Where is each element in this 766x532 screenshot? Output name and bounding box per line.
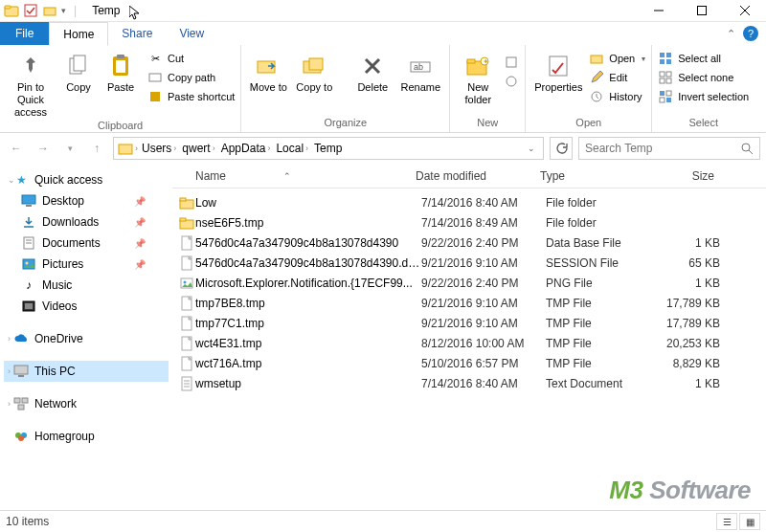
breadcrumb[interactable]: › Users› qwert› AppData› Local› Temp ⌄ [113, 137, 544, 160]
col-type[interactable]: Type [540, 169, 645, 183]
svg-point-27 [507, 77, 516, 86]
file-row[interactable]: tmp7BE8.tmp9/21/2016 9:10 AMTMP File17,7… [172, 293, 766, 313]
nav-videos[interactable]: Videos [4, 296, 169, 317]
column-headers[interactable]: Name⌃ Date modified Type Size [172, 164, 766, 188]
move-to-button[interactable]: Move to [247, 51, 289, 94]
svg-rect-28 [550, 56, 567, 76]
svg-rect-37 [660, 78, 665, 83]
maximize-button[interactable] [680, 0, 723, 22]
col-name[interactable]: Name [195, 169, 226, 183]
svg-rect-40 [666, 91, 671, 96]
crumb-local[interactable]: Local› [274, 142, 310, 155]
nav-back-button[interactable]: ← [6, 138, 27, 159]
easy-access-button[interactable] [504, 74, 519, 89]
nav-music[interactable]: ♪Music [4, 275, 169, 296]
file-date: 7/14/2016 8:40 AM [421, 196, 546, 210]
address-dropdown-icon[interactable]: ⌄ [528, 144, 539, 153]
delete-label: Delete [357, 81, 388, 94]
view-details-button[interactable]: ☰ [716, 513, 737, 530]
nav-documents[interactable]: Documents [4, 233, 169, 254]
file-row[interactable]: 5476d0c4a7a347909c4b8a13078d4390.db...9/… [172, 253, 766, 273]
file-row[interactable]: Low7/14/2016 8:40 AMFile folder [172, 192, 766, 212]
qat-dropdown-icon[interactable]: ▾ [61, 6, 66, 15]
col-size[interactable]: Size [645, 169, 714, 183]
nav-downloads[interactable]: Downloads [4, 211, 169, 233]
tab-share[interactable]: Share [108, 22, 166, 45]
paste-button[interactable]: Paste [101, 51, 140, 94]
svg-text:ab: ab [414, 62, 423, 72]
close-button[interactable] [723, 0, 766, 22]
tab-home[interactable]: Home [49, 22, 108, 46]
edit-button[interactable]: Edit [589, 70, 645, 85]
view-large-button[interactable]: ▦ [739, 513, 760, 530]
svg-rect-38 [666, 78, 671, 83]
nav-network[interactable]: ›Network [4, 393, 169, 414]
history-icon [589, 89, 604, 104]
file-row[interactable]: wct4E31.tmp8/12/2016 10:00 AMTMP File20,… [172, 333, 766, 353]
col-date[interactable]: Date modified [416, 169, 540, 183]
nav-this-pc[interactable]: ›This PC [4, 361, 169, 382]
nav-onedrive[interactable]: ›OneDrive [4, 328, 169, 349]
file-name: 5476d0c4a7a347909c4b8a13078d4390.db... [195, 256, 421, 270]
file-row[interactable]: nseE6F5.tmp7/14/2016 8:49 AMFile folder [172, 212, 766, 233]
text-icon [178, 376, 195, 391]
select-none-button[interactable]: Select none [658, 70, 749, 85]
file-row[interactable]: wmsetup7/14/2016 8:40 AMText Document1 K… [172, 373, 766, 393]
qat-properties-icon[interactable] [23, 3, 38, 18]
file-menu[interactable]: File [0, 22, 49, 45]
ribbon-group-new: ✦ New folder New [450, 45, 526, 132]
open-button[interactable]: Open▾ [589, 51, 645, 66]
cut-button[interactable]: ✂Cut [147, 51, 235, 66]
nav-up-button[interactable]: ↑ [86, 138, 107, 159]
svg-point-63 [18, 435, 24, 441]
new-folder-button[interactable]: ✦ New folder [456, 51, 500, 106]
navigation-pane: ⌄★Quick access Desktop Downloads Documen… [0, 164, 172, 497]
file-date: 9/22/2016 2:40 PM [421, 277, 546, 290]
copy-to-button[interactable]: Copy to [293, 51, 335, 94]
tab-view[interactable]: View [166, 22, 217, 45]
copy-path-button[interactable]: Copy path [147, 70, 235, 85]
svg-text:✦: ✦ [483, 57, 489, 66]
pin-to-quick-access-button[interactable]: Pin to Quick access [6, 51, 56, 120]
folder-icon [178, 196, 195, 210]
copy-button[interactable]: Copy [59, 51, 98, 94]
minimize-button[interactable] [637, 0, 680, 22]
help-icon[interactable]: ? [743, 26, 758, 41]
invert-selection-button[interactable]: Invert selection [658, 89, 749, 104]
copy-path-icon [147, 70, 163, 85]
search-input[interactable]: Search Temp [578, 137, 760, 160]
nav-quick-access[interactable]: ⌄★Quick access [4, 169, 169, 190]
nav-pictures[interactable]: Pictures [4, 254, 169, 275]
svg-rect-11 [116, 60, 125, 73]
refresh-button[interactable] [550, 137, 573, 160]
ribbon-group-label: Open [575, 117, 601, 130]
paste-shortcut-button[interactable]: Paste shortcut [147, 89, 235, 104]
crumb-temp[interactable]: Temp [312, 142, 344, 155]
file-row[interactable]: tmp77C1.tmp9/21/2016 9:10 AMTMP File17,7… [172, 313, 766, 333]
file-name: wct716A.tmp [195, 357, 421, 370]
new-item-button[interactable] [504, 55, 519, 70]
delete-icon [359, 53, 386, 79]
history-button[interactable]: History [589, 89, 645, 104]
crumb-appdata[interactable]: AppData› [219, 142, 273, 155]
svg-rect-3 [44, 8, 56, 15]
file-row[interactable]: 5476d0c4a7a347909c4b8a13078d43909/22/201… [172, 233, 766, 253]
move-to-label: Move to [250, 81, 287, 94]
svg-rect-42 [666, 98, 671, 102]
file-name: tmp77C1.tmp [195, 317, 421, 330]
ribbon-collapse-icon[interactable]: ⌃ [727, 28, 735, 40]
crumb-qwert[interactable]: qwert› [180, 142, 216, 155]
rename-button[interactable]: ab Rename [397, 51, 443, 94]
file-row[interactable]: Microsoft.Explorer.Notification.{17ECF99… [172, 273, 766, 293]
nav-recent-button[interactable]: ▾ [59, 138, 80, 159]
nav-homegroup[interactable]: Homegroup [4, 426, 169, 447]
properties-button[interactable]: Properties [531, 51, 585, 94]
file-row[interactable]: wct716A.tmp5/10/2016 6:57 PMTMP File8,82… [172, 353, 766, 373]
nav-desktop[interactable]: Desktop [4, 190, 169, 211]
qat-newfolder-icon[interactable] [42, 3, 57, 18]
delete-button[interactable]: Delete [351, 51, 394, 94]
file-size: 1 KB [651, 377, 720, 390]
crumb-users[interactable]: Users› [140, 142, 178, 155]
nav-forward-button[interactable]: → [33, 138, 54, 159]
select-all-button[interactable]: Select all [658, 51, 749, 66]
